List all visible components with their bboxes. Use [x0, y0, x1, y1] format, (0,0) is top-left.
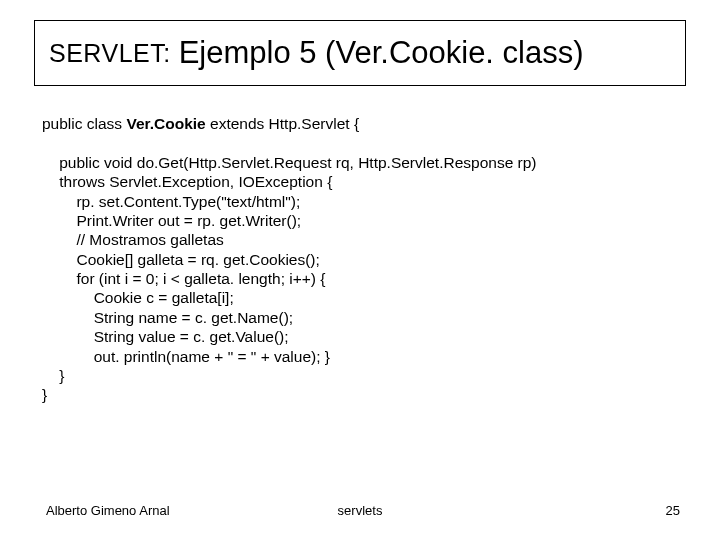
code-line: String value = c. get.Value(); — [42, 328, 289, 345]
code-line: rp. set.Content.Type("text/html"); — [42, 193, 300, 210]
code-line: } — [42, 386, 47, 403]
slide-title-box: SERVLET: Ejemplo 5 (Ver.Cookie. class) — [34, 20, 686, 86]
code-line: for (int i = 0; i < galleta. length; i++… — [42, 270, 325, 287]
code-line: String name = c. get.Name(); — [42, 309, 293, 326]
code-decl-line: public class Ver.Cookie extends Http.Ser… — [42, 115, 359, 132]
code-decl-suffix: extends Http.Servlet { — [206, 115, 359, 132]
code-decl-prefix: public class — [42, 115, 126, 132]
code-line: Print.Writer out = rp. get.Writer(); — [42, 212, 301, 229]
footer-center: servlets — [0, 503, 720, 518]
code-line: // Mostramos galletas — [42, 231, 224, 248]
code-class-name: Ver.Cookie — [126, 115, 205, 132]
code-line: } — [42, 367, 64, 384]
title-label: SERVLET: — [49, 39, 171, 68]
title-main: Ejemplo 5 (Ver.Cookie. class) — [179, 35, 584, 71]
footer-page-number: 25 — [666, 503, 680, 518]
slide: SERVLET: Ejemplo 5 (Ver.Cookie. class) p… — [0, 0, 720, 540]
code-line: public void do.Get(Http.Servlet.Request … — [42, 154, 537, 171]
code-block: public class Ver.Cookie extends Http.Ser… — [42, 114, 682, 405]
code-line: throws Servlet.Exception, IOException { — [42, 173, 332, 190]
code-line: Cookie c = galleta[i]; — [42, 289, 234, 306]
code-line: Cookie[] galleta = rq. get.Cookies(); — [42, 251, 320, 268]
code-line: out. println(name + " = " + value); } — [42, 348, 330, 365]
